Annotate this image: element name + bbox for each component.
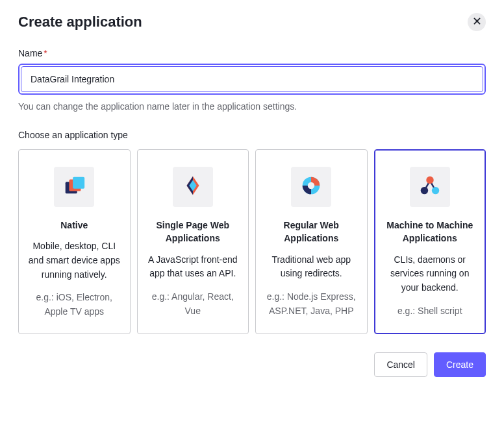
- card-desc: A JavaScript front-end app that uses an …: [147, 253, 240, 281]
- create-button[interactable]: Create: [434, 352, 486, 377]
- m2m-icon: [418, 173, 442, 200]
- cancel-button[interactable]: Cancel: [374, 352, 427, 377]
- card-example: e.g.: Shell script: [384, 304, 477, 319]
- app-type-card-regular[interactable]: Regular Web Applications Traditional web…: [255, 149, 368, 334]
- app-type-card-native[interactable]: Native Mobile, desktop, CLI and smart de…: [18, 149, 131, 334]
- app-type-label: Choose an application type: [18, 130, 486, 140]
- svg-point-12: [426, 176, 433, 184]
- card-example: e.g.: Angular, React, Vue: [147, 290, 240, 318]
- card-example: e.g.: Node.js Express, ASP.NET, Java, PH…: [265, 290, 358, 318]
- card-title: Regular Web Applications: [265, 219, 358, 245]
- card-desc: Mobile, desktop, CLI and smart device ap…: [28, 239, 121, 282]
- svg-point-14: [432, 187, 439, 194]
- regular-web-icon: [299, 173, 323, 200]
- svg-point-9: [308, 182, 314, 189]
- native-icon: [62, 173, 86, 200]
- card-example: e.g.: iOS, Electron, Apple TV apps: [28, 291, 121, 319]
- card-title: Single Page Web Applications: [147, 219, 240, 245]
- card-desc: Traditional web app using redirects.: [265, 253, 358, 281]
- card-title: Native: [28, 219, 121, 232]
- name-hint: You can change the application name late…: [18, 101, 486, 112]
- close-icon: [473, 17, 481, 27]
- name-input[interactable]: [21, 66, 483, 92]
- close-button[interactable]: [468, 13, 486, 31]
- card-desc: CLIs, daemons or services running on you…: [384, 253, 477, 295]
- svg-point-13: [421, 187, 428, 194]
- card-title: Machine to Machine Applications: [384, 219, 477, 245]
- modal-title: Create application: [18, 14, 142, 30]
- app-type-card-spa[interactable]: Single Page Web Applications A JavaScrip…: [137, 149, 249, 334]
- name-label: Name*: [18, 48, 486, 58]
- app-type-card-m2m[interactable]: Machine to Machine Applications CLIs, da…: [374, 149, 486, 334]
- spa-icon: [181, 173, 205, 200]
- svg-rect-4: [73, 177, 84, 189]
